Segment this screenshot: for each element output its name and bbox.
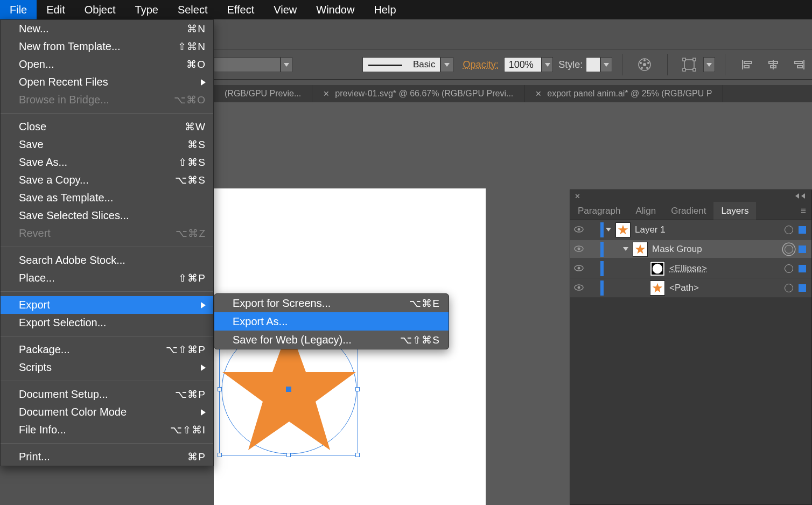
menu-object[interactable]: Object — [75, 0, 125, 19]
opacity-input[interactable]: 100% — [504, 57, 542, 72]
submenu-arrow-icon — [201, 302, 206, 308]
visibility-toggle-icon[interactable] — [570, 264, 587, 273]
svg-point-5 — [641, 67, 643, 69]
file-menu-item[interactable]: Export Selection... — [1, 314, 213, 332]
svg-marker-25 — [618, 225, 628, 234]
fill-stroke-dropdown[interactable] — [281, 57, 292, 72]
target-icon[interactable] — [785, 245, 793, 254]
align-right-icon[interactable] — [790, 55, 808, 74]
submenu-arrow-icon — [201, 79, 206, 86]
file-menu-item[interactable]: File Info...⌥⇧⌘I — [1, 421, 213, 439]
menu-view[interactable]: View — [264, 0, 306, 19]
file-menu-item[interactable]: Close⌘W — [1, 118, 213, 136]
menu-select[interactable]: Select — [168, 0, 218, 19]
fill-stroke-selector[interactable] — [214, 57, 281, 72]
stroke-preset-label: Basic — [413, 59, 436, 70]
svg-rect-10 — [683, 68, 685, 71]
menu-shortcut: ⇧⌘S — [178, 156, 206, 169]
svg-marker-28 — [635, 244, 645, 253]
panel-menu-icon[interactable]: ≡ — [795, 202, 811, 220]
svg-point-3 — [647, 62, 649, 64]
layer-row[interactable]: <Path> — [570, 278, 811, 298]
export-menu-item[interactable]: Save for Web (Legacy)...⌥⇧⌘S — [214, 331, 449, 349]
menu-effect[interactable]: Effect — [217, 0, 264, 19]
recolor-artwork-icon[interactable] — [636, 55, 653, 74]
export-menu-item[interactable]: Export for Screens...⌥⌘E — [214, 294, 449, 312]
file-menu-item[interactable]: New from Template...⇧⌘N — [1, 38, 213, 55]
menu-type[interactable]: Type — [125, 0, 168, 19]
visibility-toggle-icon[interactable] — [570, 244, 587, 254]
disclosure-triangle-icon[interactable] — [623, 247, 628, 251]
opacity-label[interactable]: Opacity: — [463, 59, 499, 71]
selection-color-box[interactable] — [799, 226, 806, 234]
file-menu-item[interactable]: New...⌘N — [1, 20, 213, 38]
file-menu-item[interactable]: Save as Template... — [1, 189, 213, 207]
stroke-preset-select[interactable]: Basic — [362, 57, 453, 72]
close-tab-icon[interactable]: ✕ — [535, 89, 542, 98]
style-label: Style: — [558, 59, 583, 71]
document-tab[interactable]: ✕export panel anim.ai* @ 25% (RGB/GPU P — [524, 85, 723, 102]
menu-item-label: Save — [19, 138, 187, 151]
panel-tab-align[interactable]: Align — [628, 202, 663, 220]
file-menu-item[interactable]: Search Adobe Stock... — [1, 251, 213, 269]
layer-name[interactable]: <Path> — [669, 283, 785, 293]
target-icon[interactable] — [785, 264, 793, 273]
file-menu-item[interactable]: Package...⌥⇧⌘P — [1, 341, 213, 359]
panel-tab-gradient[interactable]: Gradient — [663, 202, 713, 220]
file-menu-item[interactable]: Document Color Mode — [1, 403, 213, 421]
file-menu-item[interactable]: Save a Copy...⌥⌘S — [1, 171, 213, 189]
align-center-h-icon[interactable] — [765, 55, 782, 74]
selection-color-box[interactable] — [799, 246, 806, 253]
style-swatch[interactable] — [586, 57, 600, 72]
export-menu-item[interactable]: Export As... — [214, 312, 449, 331]
menu-item-label: Close — [19, 121, 185, 133]
layer-name[interactable]: <Ellipse> — [669, 263, 785, 274]
file-menu-item[interactable]: Save Selected Slices... — [1, 207, 213, 225]
file-menu-item[interactable]: Place...⇧⌘P — [1, 269, 213, 287]
file-menu-item[interactable]: Save⌘S — [1, 136, 213, 153]
menu-shortcut: ⌘O — [186, 58, 206, 71]
menu-item-label: Save as Template... — [19, 192, 206, 204]
menu-item-label: Package... — [19, 343, 166, 356]
menu-edit[interactable]: Edit — [37, 0, 74, 19]
panel-tab-paragraph[interactable]: Paragraph — [570, 202, 628, 220]
menu-item-label: New from Template... — [19, 40, 178, 53]
menu-file[interactable]: File — [0, 0, 37, 19]
selection-color-box[interactable] — [799, 265, 806, 272]
file-menu-item: Revert⌥⌘Z — [1, 225, 213, 242]
align-left-icon[interactable] — [739, 55, 756, 74]
layer-row[interactable]: Mask Group — [570, 240, 811, 259]
transform-icon[interactable] — [682, 55, 699, 74]
document-tab[interactable]: (RGB/GPU Previe... — [214, 85, 312, 102]
file-menu-item[interactable]: Save As...⇧⌘S — [1, 153, 213, 171]
layer-name[interactable]: Mask Group — [652, 244, 785, 255]
layer-row[interactable]: Layer 1 — [570, 220, 811, 240]
visibility-toggle-icon[interactable] — [570, 225, 587, 235]
file-menu-item[interactable]: Open...⌘O — [1, 55, 213, 73]
transform-dropdown[interactable] — [703, 57, 715, 72]
document-tab[interactable]: ✕preview-01.svg* @ 66.67% (RGB/GPU Previ… — [312, 85, 524, 102]
close-panel-icon[interactable]: ✕ — [575, 192, 580, 200]
file-menu-item[interactable]: Scripts — [1, 359, 213, 376]
menu-item-label: Export for Screens... — [233, 297, 409, 310]
layer-row[interactable]: <Ellipse> — [570, 259, 811, 278]
menu-help[interactable]: Help — [364, 0, 405, 19]
file-menu-item[interactable]: Export — [1, 296, 213, 314]
menu-shortcut: ⌥⌘S — [175, 174, 206, 186]
close-tab-icon[interactable]: ✕ — [323, 89, 330, 98]
panel-tab-layers[interactable]: Layers — [713, 202, 756, 220]
opacity-dropdown[interactable] — [542, 57, 553, 72]
collapse-panel-icon[interactable] — [795, 192, 807, 200]
layer-name[interactable]: Layer 1 — [635, 225, 785, 235]
target-icon[interactable] — [785, 284, 793, 292]
file-menu-dropdown: New...⌘NNew from Template...⇧⌘NOpen...⌘O… — [0, 19, 214, 466]
visibility-toggle-icon[interactable] — [570, 283, 587, 293]
target-icon[interactable] — [785, 226, 793, 234]
disclosure-triangle-icon[interactable] — [606, 228, 611, 232]
selection-color-box[interactable] — [799, 284, 806, 292]
file-menu-item[interactable]: Open Recent Files — [1, 73, 213, 91]
style-dropdown[interactable] — [600, 57, 612, 72]
file-menu-item[interactable]: Document Setup...⌥⌘P — [1, 385, 213, 403]
menu-window[interactable]: Window — [306, 0, 364, 19]
file-menu-item[interactable]: Print...⌘P — [1, 448, 213, 466]
